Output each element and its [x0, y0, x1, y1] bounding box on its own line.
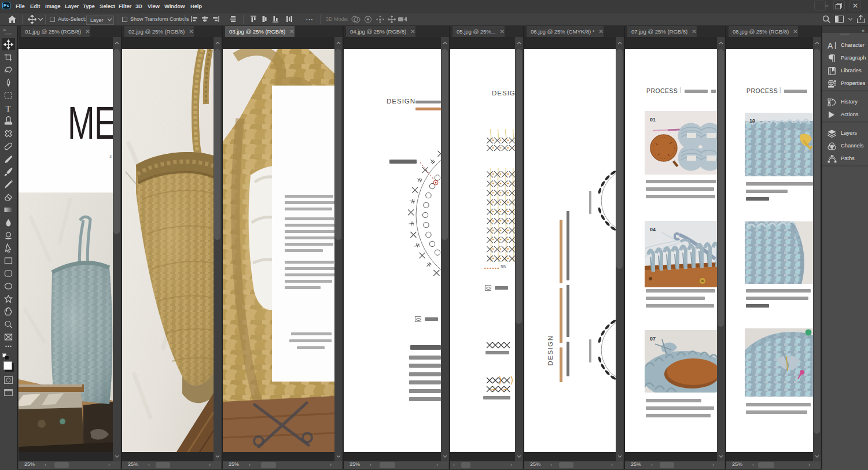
- svg-text:04: 04: [650, 227, 656, 232]
- svg-text:10: 10: [749, 118, 755, 124]
- svg-text:07: 07: [650, 336, 656, 342]
- svg-text:01: 01: [650, 117, 656, 123]
- svg-text:A: A: [827, 42, 833, 50]
- svg-text:T: T: [6, 104, 11, 113]
